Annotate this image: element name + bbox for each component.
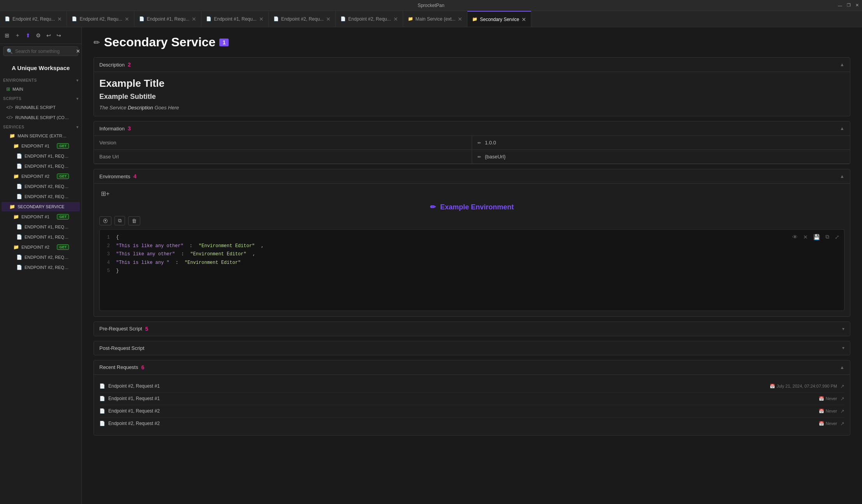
sidebar: ⊞ ＋ ⬆ ⚙ ↩ ↪ 🔍 ✕ A Unique Workspace ENVIR… <box>0 27 82 504</box>
sidebar-item-ep2-req2[interactable]: 📄 ENDPOINT #2, REQUEST #2 ⋮ <box>2 192 80 201</box>
sidebar-btn-grid[interactable]: ⊞ <box>3 31 11 40</box>
sidebar-btn-redo[interactable]: ↪ <box>55 31 63 40</box>
recent-requests-label: Recent Requests <box>99 364 138 370</box>
sidebar-item-sec-ep2-req2[interactable]: 📄 ENDPOINT #2, REQUEST #2 ⋮ <box>2 263 80 272</box>
tab-close-icon[interactable]: ✕ <box>326 16 331 22</box>
calendar-icon: 📅 <box>819 421 824 426</box>
doc-icon: 📄 <box>16 153 22 159</box>
close-button[interactable]: ✕ <box>855 3 859 8</box>
list-item: 📄 Endpoint #1, Request #1 📅 Never ↗ <box>99 393 844 405</box>
app-body: ⊞ ＋ ⬆ ⚙ ↩ ↪ 🔍 ✕ A Unique Workspace ENVIR… <box>0 27 862 504</box>
pre-request-script-header[interactable]: Pre-Request Script 5 ▾ <box>94 322 850 336</box>
doc-icon: 📄 <box>99 396 105 401</box>
info-version-label: Version <box>94 136 472 150</box>
recent-item-date: 📅 Never <box>819 409 837 414</box>
tab-close-icon[interactable]: ✕ <box>393 16 398 22</box>
recent-open-button[interactable]: ↗ <box>840 421 844 427</box>
tab-endpoint2-req1[interactable]: 📄 Endpoint #2, Requ... ✕ <box>0 11 67 27</box>
doc-icon: 📄 <box>340 16 346 21</box>
folder-icon: 📁 <box>13 214 19 220</box>
recent-requests-section: Recent Requests 6 ▲ 📄 Endpoint #2, Reque… <box>93 360 850 436</box>
editor-view-button[interactable]: 👁 <box>791 233 799 241</box>
env-add-button[interactable]: ⊞+ <box>99 189 111 198</box>
info-version-value[interactable]: ✏ 1.0.0 <box>472 136 850 150</box>
env-delete-button[interactable]: 🗑 <box>128 216 140 225</box>
sidebar-item-sec-ep2-req1[interactable]: 📄 ENDPOINT #2, REQUEST #1 ⋮ <box>2 253 80 262</box>
sidebar-btn-upload[interactable]: ⬆ <box>24 31 32 40</box>
sidebar-item-endpoint2-sec[interactable]: 📁 Endpoint #2 GET ⋮ <box>2 242 80 252</box>
editor-copy-button[interactable]: ⧉ <box>824 233 831 241</box>
tab-close-icon[interactable]: ✕ <box>458 16 462 22</box>
chevron-down-icon: ▾ <box>76 78 79 83</box>
tab-close-icon[interactable]: ✕ <box>57 16 62 22</box>
tab-endpoint2-req2[interactable]: 📄 Endpoint #2, Requ... ✕ <box>67 11 134 27</box>
information-section-header[interactable]: Information 3 ▲ <box>94 121 850 136</box>
tab-secondary-service[interactable]: 📁 Secondary Service ✕ <box>467 11 531 27</box>
search-clear-icon[interactable]: ✕ <box>76 48 80 54</box>
info-baseurl-label: Base Url <box>94 150 472 164</box>
app-title: SprocketPan <box>418 3 444 8</box>
list-item: 📄 Endpoint #2, Request #2 📅 Never ↗ <box>99 418 844 430</box>
editor-expand-button[interactable]: ⤢ <box>833 233 841 241</box>
search-input[interactable] <box>15 49 74 54</box>
calendar-icon: 📅 <box>770 384 775 389</box>
scripts-section-header[interactable]: SCRIPTS ▾ <box>0 94 81 102</box>
search-bar[interactable]: 🔍 ✕ <box>3 46 78 56</box>
environments-section: Environments 4 ▲ ⊞+ ✏ Example Environmen… <box>93 169 850 317</box>
minimize-button[interactable]: — <box>838 3 842 8</box>
tab-close-icon[interactable]: ✕ <box>125 16 129 22</box>
tab-endpoint2-req3[interactable]: 📄 Endpoint #2, Requ... ✕ <box>269 11 336 27</box>
tab-close-icon[interactable]: ✕ <box>522 16 526 23</box>
recent-requests-header[interactable]: Recent Requests 6 ▲ <box>94 360 850 375</box>
tab-main-service[interactable]: 📁 Main Service (ext... ✕ <box>403 11 468 27</box>
sidebar-item-endpoint1-main[interactable]: 📁 Endpoint #1 GET ⋮ <box>2 141 80 151</box>
recent-open-button[interactable]: ↗ <box>840 408 844 414</box>
sidebar-item-runnable-script-copy[interactable]: </> RUNNABLE SCRIPT (COPY) ⋮ <box>2 113 80 122</box>
chevron-up-icon: ▲ <box>840 174 844 179</box>
info-baseurl-value[interactable]: ✏ {baseUrl} <box>472 150 850 164</box>
editor-cancel-button[interactable]: ✕ <box>802 233 809 241</box>
sidebar-btn-add[interactable]: ＋ <box>13 30 22 40</box>
sidebar-item-main-env[interactable]: ⊞ MAIN ⋮ <box>2 84 80 94</box>
services-section-header[interactable]: SERVICES ▾ <box>0 123 81 131</box>
folder-icon: 📁 <box>408 16 413 21</box>
tab-close-icon[interactable]: ✕ <box>259 16 264 22</box>
calendar-icon: 📅 <box>819 409 824 414</box>
sidebar-item-ep2-req1[interactable]: 📄 ENDPOINT #2, REQUEST #1 ⋮ <box>2 182 80 191</box>
sidebar-item-ep1-req2[interactable]: 📄 ENDPOINT #1, REQUEST #2 ⋮ <box>2 162 80 171</box>
post-request-script-header[interactable]: Post-Request Script ▾ <box>94 341 850 355</box>
sidebar-item-secondary-service[interactable]: 📁 SECONDARY SERVICE ⋮ <box>2 202 80 211</box>
editor-save-button[interactable]: 💾 <box>812 233 821 241</box>
tab-endpoint2-req4[interactable]: 📄 Endpoint #2, Requ... ✕ <box>336 11 403 27</box>
recent-open-button[interactable]: ↗ <box>840 383 844 389</box>
tab-close-icon[interactable]: ✕ <box>192 16 196 22</box>
recent-item-date: 📅 Never <box>819 396 837 401</box>
sidebar-item-sec-ep1-req2[interactable]: 📄 ENDPOINT #1, REQUEST #2 ⋮ <box>2 232 80 242</box>
code-line: 3 "This like any other" : "Environment E… <box>104 250 840 259</box>
restore-button[interactable]: ❐ <box>847 3 851 8</box>
tabs-bar: 📄 Endpoint #2, Requ... ✕ 📄 Endpoint #2, … <box>0 11 862 27</box>
recent-open-button[interactable]: ↗ <box>840 396 844 402</box>
script-icon: </> <box>6 105 13 110</box>
sidebar-btn-undo[interactable]: ↩ <box>45 31 53 40</box>
environments-section-body: ⊞+ ✏ Example Environment ⦿ ⧉ 🗑 1 { <box>94 184 850 316</box>
sidebar-item-ep1-req1[interactable]: 📄 ENDPOINT #1, REQUEST #1 ⋮ <box>2 151 80 161</box>
sidebar-item-sec-ep1-req1[interactable]: 📄 ENDPOINT #1, REQUEST #1 ⋮ <box>2 222 80 232</box>
tab-endpoint1-req2[interactable]: 📄 Endpoint #1, Requ... ✕ <box>201 11 268 27</box>
sidebar-btn-settings[interactable]: ⚙ <box>34 31 42 40</box>
env-radio-button[interactable]: ⦿ <box>99 216 111 225</box>
environments-section-header[interactable]: ENVIRONMENTS ▾ <box>0 76 81 84</box>
sidebar-item-runnable-script[interactable]: </> RUNNABLE SCRIPT ⋮ <box>2 103 80 112</box>
description-section-header[interactable]: Description 2 ▲ <box>94 58 850 72</box>
environments-section-header[interactable]: Environments 4 ▲ <box>94 169 850 184</box>
recent-requests-number: 6 <box>141 364 145 371</box>
sidebar-item-endpoint1-sec[interactable]: 📁 Endpoint #1 GET ⋮ <box>2 212 80 221</box>
info-table: Version ✏ 1.0.0 Base Url ✏ {baseUrl} <box>94 136 850 164</box>
env-copy-button[interactable]: ⧉ <box>115 216 125 225</box>
chevron-down-icon: ▾ <box>76 97 79 101</box>
tab-endpoint1-req1[interactable]: 📄 Endpoint #1, Requ... ✕ <box>134 11 201 27</box>
doc-icon: 📄 <box>99 383 105 389</box>
sidebar-item-main-service[interactable]: 📁 MAIN SERVICE (EXTRA LONG NA... ⋮ <box>2 131 80 140</box>
sidebar-item-endpoint2-main[interactable]: 📁 Endpoint #2 GET ⋮ <box>2 172 80 181</box>
information-section: Information 3 ▲ Version ✏ 1.0.0 Base Ur <box>93 121 850 164</box>
